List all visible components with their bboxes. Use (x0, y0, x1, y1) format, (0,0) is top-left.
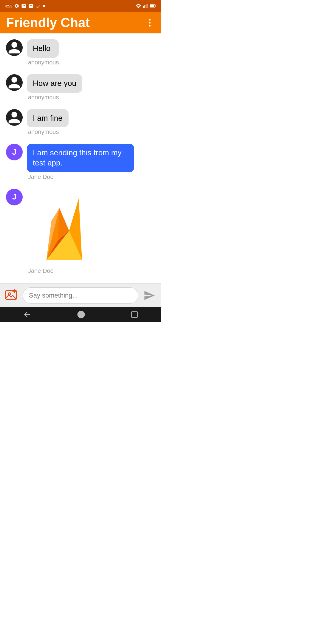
jane-initial-2: J (12, 192, 16, 202)
home-icon (77, 310, 86, 319)
message-bubble-3: I am fine (27, 109, 69, 128)
message-row: How are you anonymous (6, 74, 155, 101)
svg-rect-6 (156, 5, 156, 7)
toolbar: Friendly Chat (0, 12, 161, 33)
message-content-2: How are you anonymous (27, 74, 82, 101)
battery-icon (150, 4, 156, 8)
status-left: 4:53 (5, 3, 45, 9)
message-text-3: I am fine (33, 114, 63, 123)
back-button[interactable] (23, 310, 32, 319)
svg-rect-5 (150, 5, 154, 7)
add-image-icon (5, 289, 18, 302)
avatar-anon-2 (6, 74, 23, 91)
message-row: J Jane Doe (6, 189, 155, 274)
recents-button[interactable] (131, 311, 138, 318)
jane-initial-1: J (12, 148, 16, 157)
avatar-jane-1: J (6, 144, 23, 160)
mail-icon-2 (28, 3, 34, 9)
svg-rect-2 (146, 4, 147, 8)
sender-name-4: Jane Doe (28, 174, 134, 180)
message-content-3: I am fine anonymous (27, 109, 69, 136)
message-row: J I am sending this from my test app. Ja… (6, 144, 155, 180)
back-icon (23, 310, 32, 319)
firebase-logo-image (27, 189, 98, 266)
nav-bar (0, 307, 161, 322)
send-button[interactable] (142, 288, 157, 303)
message-content-1: Hello anonymous (27, 39, 59, 66)
message-text-1: Hello (33, 44, 50, 53)
dot2 (149, 22, 151, 24)
svg-rect-17 (132, 312, 138, 318)
sender-name-2: anonymous (28, 94, 82, 101)
avatar-anon-3 (6, 109, 23, 126)
add-image-button[interactable] (4, 288, 19, 303)
status-bar: 4:53 (0, 0, 161, 12)
sender-name-3: anonymous (28, 129, 69, 135)
home-button[interactable] (77, 310, 86, 319)
message-bubble-2: How are you (27, 74, 82, 93)
message-row: Hello anonymous (6, 39, 155, 66)
wifi-icon (135, 4, 141, 8)
svg-rect-3 (147, 4, 148, 8)
sender-name-1: anonymous (28, 59, 59, 66)
app-title: Friendly Chat (6, 15, 90, 30)
message-text-4: I am sending this from my test app. (33, 148, 122, 167)
anon-avatar-icon (7, 41, 21, 55)
message-input[interactable] (23, 287, 138, 304)
signal-icon (143, 4, 148, 8)
notification-dot (43, 5, 45, 7)
dot1 (149, 19, 151, 21)
send-icon (143, 290, 155, 301)
input-bar (0, 283, 161, 307)
settings-icon (14, 3, 19, 9)
svg-rect-1 (144, 5, 145, 8)
message-row: I am fine anonymous (6, 109, 155, 136)
message-content-4: I am sending this from my test app. Jane… (27, 144, 134, 180)
check-icon (35, 4, 41, 8)
dot3 (149, 25, 151, 27)
sender-name-5: Jane Doe (28, 267, 98, 274)
avatar-jane-2: J (6, 189, 23, 205)
message-bubble-1: Hello (27, 39, 59, 58)
message-bubble-4: I am sending this from my test app. (27, 144, 134, 172)
svg-rect-0 (143, 6, 144, 8)
time-display: 4:53 (5, 4, 12, 8)
recents-icon (131, 311, 138, 318)
svg-point-16 (77, 311, 85, 318)
anon-avatar-icon (7, 75, 21, 90)
status-right (135, 4, 156, 8)
anon-avatar-icon (7, 110, 21, 125)
avatar-anon-1 (6, 39, 23, 56)
more-options-button[interactable] (144, 19, 155, 27)
mail-icon-1 (21, 3, 27, 9)
message-text-2: How are you (33, 79, 76, 88)
message-content-5: Jane Doe (27, 189, 98, 274)
chat-area: Hello anonymous How are you anonymous (0, 33, 161, 283)
